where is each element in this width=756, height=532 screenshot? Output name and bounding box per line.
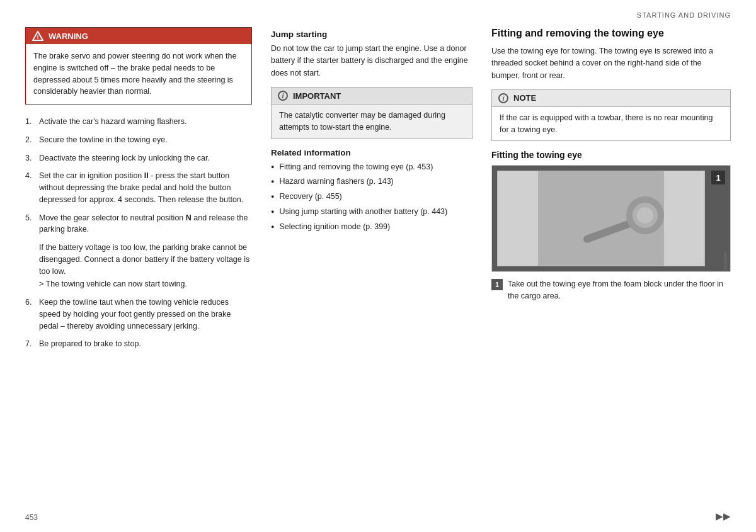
image-caption: 1 Take out the towing eye from the foam … (491, 278, 731, 302)
step-1-text: Activate the car's hazard warning flashe… (39, 116, 252, 128)
related-item-3: Recovery (p. 455) (271, 191, 472, 203)
step-5-arrow-note: The towing vehicle can now start towing. (39, 278, 252, 290)
middle-column: Jump starting Do not tow the car to jump… (271, 24, 472, 521)
important-box: i IMPORTANT The catalytic converter may … (271, 87, 472, 139)
page-header: STARTING AND DRIVING (0, 0, 756, 24)
related-item-4: Using jump starting with another battery… (271, 206, 472, 218)
step-6: 6. Keep the towline taut when the towing… (25, 297, 252, 332)
step-5-num: 5. (25, 212, 39, 236)
step-5: 5. Move the gear selector to neutral pos… (25, 212, 252, 236)
step-6-text: Keep the towline taut when the towing ve… (39, 297, 252, 332)
towing-eye-svg (498, 171, 704, 266)
sub-heading-fitting: Fitting the towing eye (491, 150, 731, 160)
step-2-text: Secure the towline in the towing eye. (39, 134, 252, 146)
note-header: i NOTE (492, 90, 730, 107)
step-1: 1. Activate the car's hazard warning fla… (25, 116, 252, 128)
related-item-1: Fitting and removing the towing eye (p. … (271, 161, 472, 173)
related-item-5: Selecting ignition mode (p. 399) (271, 221, 472, 233)
warning-header: ! WARNING (26, 28, 251, 44)
caption-step-badge: 1 (491, 279, 503, 290)
step-2: 2. Secure the towline in the towing eye. (25, 134, 252, 146)
related-item-4-text: Using jump starting with another battery… (279, 206, 447, 218)
step-3-num: 3. (25, 152, 39, 164)
warning-triangle-icon: ! (32, 31, 43, 41)
towing-eye-image: 1 G049748 (491, 165, 731, 272)
step-6-num: 6. (25, 297, 39, 332)
related-item-3-text: Recovery (p. 455) (279, 191, 341, 203)
step-7: 7. Be prepared to brake to stop. (25, 338, 252, 350)
step-4: 4. Set the car in ignition position II -… (25, 170, 252, 205)
steps-list: 1. Activate the car's hazard warning fla… (25, 116, 252, 235)
warning-body: The brake servo and power steering do no… (26, 44, 251, 104)
page-content: ! WARNING The brake servo and power stee… (0, 24, 756, 521)
related-item-2: Hazard warning flashers (p. 143) (271, 176, 472, 188)
image-watermark: G049748 (723, 252, 728, 270)
jump-starting-body: Do not tow the car to jump start the eng… (271, 43, 472, 79)
image-inner (497, 171, 705, 266)
step-2-num: 2. (25, 134, 39, 146)
step-4-num: 4. (25, 170, 39, 205)
step-1-num: 1. (25, 116, 39, 128)
page-number: 453 (25, 513, 38, 522)
right-column: Fitting and removing the towing eye Use … (491, 24, 731, 521)
step-5-sub-note: If the battery voltage is too low, the p… (39, 242, 252, 277)
related-list: Fitting and removing the towing eye (p. … (271, 161, 472, 233)
related-heading: Related information (271, 148, 472, 157)
step-3: 3. Deactivate the steering lock by unloc… (25, 152, 252, 164)
svg-text:!: ! (37, 34, 39, 40)
related-item-5-text: Selecting ignition mode (p. 399) (279, 221, 390, 233)
header-title: STARTING AND DRIVING (637, 11, 731, 19)
right-intro: Use the towing eye for towing. The towin… (491, 45, 731, 82)
step-4-text: Set the car in ignition position II - pr… (39, 170, 252, 205)
left-column: ! WARNING The brake servo and power stee… (25, 24, 252, 521)
step-7-text: Be prepared to brake to stop. (39, 338, 252, 350)
page-footer: ▶▶ (716, 511, 731, 522)
note-title: NOTE (513, 93, 536, 103)
step-5-text: Move the gear selector to neutral positi… (39, 212, 252, 236)
image-number-badge: 1 (711, 171, 725, 184)
related-item-1-text: Fitting and removing the towing eye (p. … (279, 161, 433, 173)
right-main-heading: Fitting and removing the towing eye (491, 27, 731, 40)
steps-list-cont: 6. Keep the towline taut when the towing… (25, 297, 252, 350)
important-header: i IMPORTANT (272, 88, 472, 105)
note-icon: i (498, 93, 508, 103)
caption-text: Take out the towing eye from the foam bl… (508, 278, 731, 302)
next-page-arrows[interactable]: ▶▶ (716, 511, 731, 522)
step-7-num: 7. (25, 338, 39, 350)
svg-point-6 (637, 207, 653, 224)
important-icon: i (278, 91, 288, 101)
note-body: If the car is equipped with a towbar, th… (492, 107, 730, 141)
important-body: The catalytic converter may be damaged d… (272, 105, 472, 139)
warning-box: ! WARNING The brake servo and power stee… (25, 27, 252, 105)
warning-title: WARNING (49, 31, 88, 41)
jump-starting-heading: Jump starting (271, 30, 472, 39)
note-box: i NOTE If the car is equipped with a tow… (491, 89, 731, 142)
related-item-2-text: Hazard warning flashers (p. 143) (279, 176, 393, 188)
step-3-text: Deactivate the steering lock by unlockin… (39, 152, 252, 164)
important-title: IMPORTANT (293, 91, 341, 101)
